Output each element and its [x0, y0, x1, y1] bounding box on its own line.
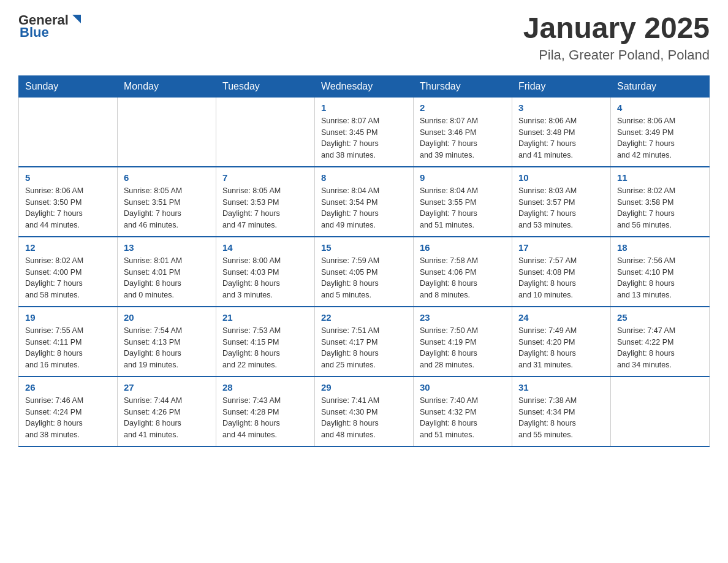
calendar-header: SundayMondayTuesdayWednesdayThursdayFrid…: [19, 75, 710, 97]
day-number: 13: [124, 242, 210, 253]
weekday-header-wednesday: Wednesday: [315, 75, 414, 97]
day-number: 9: [420, 172, 506, 183]
day-info: Sunrise: 8:06 AM Sunset: 3:48 PM Dayligh…: [518, 115, 604, 161]
day-info: Sunrise: 8:07 AM Sunset: 3:45 PM Dayligh…: [321, 115, 407, 161]
day-number: 30: [420, 382, 506, 393]
day-number: 6: [124, 172, 210, 183]
day-info: Sunrise: 7:46 AM Sunset: 4:24 PM Dayligh…: [25, 395, 111, 441]
calendar-cell: 24Sunrise: 7:49 AM Sunset: 4:20 PM Dayli…: [512, 307, 611, 377]
day-info: Sunrise: 8:04 AM Sunset: 3:54 PM Dayligh…: [321, 185, 407, 231]
logo-triangle-icon: [70, 12, 83, 26]
day-info: Sunrise: 7:47 AM Sunset: 4:22 PM Dayligh…: [617, 325, 703, 371]
day-number: 20: [124, 312, 210, 323]
day-info: Sunrise: 7:43 AM Sunset: 4:28 PM Dayligh…: [222, 395, 308, 441]
calendar-subtitle: Pila, Greater Poland, Poland: [523, 47, 710, 63]
week-row-3: 12Sunrise: 8:02 AM Sunset: 4:00 PM Dayli…: [19, 237, 710, 307]
day-info: Sunrise: 7:41 AM Sunset: 4:30 PM Dayligh…: [321, 395, 407, 441]
day-info: Sunrise: 8:06 AM Sunset: 3:50 PM Dayligh…: [25, 185, 111, 231]
calendar-cell: [118, 97, 216, 167]
day-number: 16: [420, 242, 506, 253]
calendar-title: January 2025: [523, 12, 710, 45]
day-number: 17: [518, 242, 604, 253]
calendar-cell: 4Sunrise: 8:06 AM Sunset: 3:49 PM Daylig…: [611, 97, 710, 167]
calendar-cell: 26Sunrise: 7:46 AM Sunset: 4:24 PM Dayli…: [19, 377, 118, 446]
day-number: 23: [420, 312, 506, 323]
calendar-cell: 14Sunrise: 8:00 AM Sunset: 4:03 PM Dayli…: [216, 237, 315, 307]
calendar-cell: 22Sunrise: 7:51 AM Sunset: 4:17 PM Dayli…: [315, 307, 414, 377]
day-info: Sunrise: 7:50 AM Sunset: 4:19 PM Dayligh…: [420, 325, 506, 371]
weekday-header-row: SundayMondayTuesdayWednesdayThursdayFrid…: [19, 75, 710, 97]
day-info: Sunrise: 7:38 AM Sunset: 4:34 PM Dayligh…: [518, 395, 604, 441]
day-info: Sunrise: 8:05 AM Sunset: 3:51 PM Dayligh…: [124, 185, 210, 231]
day-number: 28: [222, 382, 308, 393]
day-number: 4: [617, 102, 703, 113]
calendar-body: 1Sunrise: 8:07 AM Sunset: 3:45 PM Daylig…: [19, 97, 710, 446]
calendar-cell: 9Sunrise: 8:04 AM Sunset: 3:55 PM Daylig…: [414, 167, 512, 237]
day-number: 29: [321, 382, 407, 393]
calendar-cell: [611, 377, 710, 446]
day-info: Sunrise: 7:40 AM Sunset: 4:32 PM Dayligh…: [420, 395, 506, 441]
calendar-cell: 21Sunrise: 7:53 AM Sunset: 4:15 PM Dayli…: [216, 307, 315, 377]
logo: General Blue: [18, 12, 83, 40]
day-info: Sunrise: 7:49 AM Sunset: 4:20 PM Dayligh…: [518, 325, 604, 371]
calendar-cell: 30Sunrise: 7:40 AM Sunset: 4:32 PM Dayli…: [414, 377, 512, 446]
weekday-header-tuesday: Tuesday: [216, 75, 315, 97]
title-section: January 2025 Pila, Greater Poland, Polan…: [523, 12, 710, 63]
day-number: 11: [617, 172, 703, 183]
day-info: Sunrise: 8:03 AM Sunset: 3:57 PM Dayligh…: [518, 185, 604, 231]
day-number: 10: [518, 172, 604, 183]
calendar-cell: 12Sunrise: 8:02 AM Sunset: 4:00 PM Dayli…: [19, 237, 118, 307]
day-info: Sunrise: 8:01 AM Sunset: 4:01 PM Dayligh…: [124, 255, 210, 301]
day-info: Sunrise: 7:57 AM Sunset: 4:08 PM Dayligh…: [518, 255, 604, 301]
day-info: Sunrise: 7:53 AM Sunset: 4:15 PM Dayligh…: [222, 325, 308, 371]
day-number: 22: [321, 312, 407, 323]
day-number: 24: [518, 312, 604, 323]
day-number: 7: [222, 172, 308, 183]
calendar-cell: 1Sunrise: 8:07 AM Sunset: 3:45 PM Daylig…: [315, 97, 414, 167]
calendar-cell: 6Sunrise: 8:05 AM Sunset: 3:51 PM Daylig…: [118, 167, 216, 237]
week-row-1: 1Sunrise: 8:07 AM Sunset: 3:45 PM Daylig…: [19, 97, 710, 167]
day-info: Sunrise: 8:02 AM Sunset: 4:00 PM Dayligh…: [25, 255, 111, 301]
week-row-5: 26Sunrise: 7:46 AM Sunset: 4:24 PM Dayli…: [19, 377, 710, 446]
calendar-table: SundayMondayTuesdayWednesdayThursdayFrid…: [18, 75, 710, 447]
day-number: 2: [420, 102, 506, 113]
day-number: 15: [321, 242, 407, 253]
day-info: Sunrise: 7:51 AM Sunset: 4:17 PM Dayligh…: [321, 325, 407, 371]
calendar-cell: 5Sunrise: 8:06 AM Sunset: 3:50 PM Daylig…: [19, 167, 118, 237]
calendar-cell: [19, 97, 118, 167]
day-info: Sunrise: 8:04 AM Sunset: 3:55 PM Dayligh…: [420, 185, 506, 231]
calendar-cell: 29Sunrise: 7:41 AM Sunset: 4:30 PM Dayli…: [315, 377, 414, 446]
calendar-cell: 28Sunrise: 7:43 AM Sunset: 4:28 PM Dayli…: [216, 377, 315, 446]
svg-marker-0: [72, 15, 81, 23]
calendar-cell: 3Sunrise: 8:06 AM Sunset: 3:48 PM Daylig…: [512, 97, 611, 167]
day-number: 25: [617, 312, 703, 323]
calendar-cell: 19Sunrise: 7:55 AM Sunset: 4:11 PM Dayli…: [19, 307, 118, 377]
day-info: Sunrise: 7:58 AM Sunset: 4:06 PM Dayligh…: [420, 255, 506, 301]
weekday-header-thursday: Thursday: [414, 75, 512, 97]
day-number: 3: [518, 102, 604, 113]
day-number: 21: [222, 312, 308, 323]
calendar-cell: 10Sunrise: 8:03 AM Sunset: 3:57 PM Dayli…: [512, 167, 611, 237]
calendar-cell: 13Sunrise: 8:01 AM Sunset: 4:01 PM Dayli…: [118, 237, 216, 307]
calendar-cell: [216, 97, 315, 167]
calendar-cell: 17Sunrise: 7:57 AM Sunset: 4:08 PM Dayli…: [512, 237, 611, 307]
calendar-cell: 15Sunrise: 7:59 AM Sunset: 4:05 PM Dayli…: [315, 237, 414, 307]
day-number: 18: [617, 242, 703, 253]
day-number: 31: [518, 382, 604, 393]
calendar-cell: 25Sunrise: 7:47 AM Sunset: 4:22 PM Dayli…: [611, 307, 710, 377]
calendar-cell: 11Sunrise: 8:02 AM Sunset: 3:58 PM Dayli…: [611, 167, 710, 237]
day-number: 26: [25, 382, 111, 393]
day-number: 1: [321, 102, 407, 113]
day-number: 12: [25, 242, 111, 253]
week-row-2: 5Sunrise: 8:06 AM Sunset: 3:50 PM Daylig…: [19, 167, 710, 237]
weekday-header-friday: Friday: [512, 75, 611, 97]
calendar-cell: 2Sunrise: 8:07 AM Sunset: 3:46 PM Daylig…: [414, 97, 512, 167]
day-info: Sunrise: 8:07 AM Sunset: 3:46 PM Dayligh…: [420, 115, 506, 161]
day-info: Sunrise: 7:55 AM Sunset: 4:11 PM Dayligh…: [25, 325, 111, 371]
day-number: 14: [222, 242, 308, 253]
weekday-header-saturday: Saturday: [611, 75, 710, 97]
page-header: General Blue January 2025 Pila, Greater …: [18, 12, 710, 63]
day-info: Sunrise: 8:06 AM Sunset: 3:49 PM Dayligh…: [617, 115, 703, 161]
day-info: Sunrise: 7:56 AM Sunset: 4:10 PM Dayligh…: [617, 255, 703, 301]
day-number: 27: [124, 382, 210, 393]
